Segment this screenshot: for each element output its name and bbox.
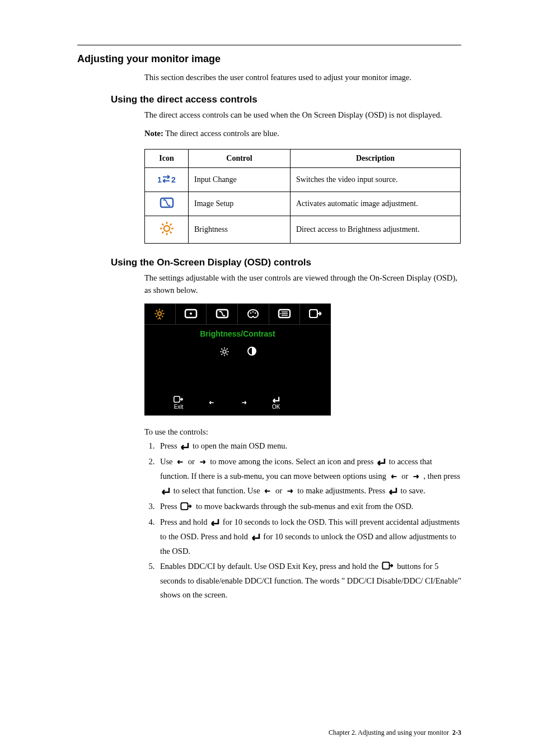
top-rule bbox=[77, 45, 461, 45]
text-fragment: to move backwards through the sub-menus … bbox=[196, 502, 414, 511]
cell-description: Activates automatic image adjustment. bbox=[291, 192, 461, 216]
page-number: 2-3 bbox=[452, 729, 461, 736]
table-row: Brightness Direct access to Brightness a… bbox=[145, 216, 461, 243]
table-row: Image Setup Activates automatic image ad… bbox=[145, 192, 461, 216]
right-arrow-icon bbox=[198, 456, 207, 470]
osd-tab-exit bbox=[300, 304, 331, 324]
osd-bottom-bar: Exit OK bbox=[144, 396, 331, 410]
note-body: The direct access controls are blue. bbox=[163, 129, 279, 138]
note-label: Note: bbox=[144, 129, 163, 138]
footer-text: Chapter 2. Adjusting and using your moni… bbox=[329, 729, 449, 736]
brightness-icon bbox=[145, 216, 189, 243]
text-fragment: Press bbox=[160, 441, 179, 450]
left-arrow-icon bbox=[390, 470, 399, 484]
note-text: Note: The direct access controls are blu… bbox=[144, 128, 461, 140]
instruction-item: Press and hold for 10 seconds to lock th… bbox=[157, 515, 461, 558]
svg-line-39 bbox=[221, 348, 222, 349]
enter-icon bbox=[161, 485, 170, 499]
text-fragment: or bbox=[188, 457, 197, 466]
svg-point-23 bbox=[190, 312, 192, 315]
section-title: Adjusting your monitor image bbox=[77, 53, 461, 65]
osd-tab-brightness bbox=[144, 304, 176, 324]
text-fragment: , then press bbox=[423, 472, 460, 480]
text-fragment: to move among the icons. Select an icon … bbox=[210, 457, 376, 466]
cell-control: Brightness bbox=[189, 216, 291, 243]
th-icon: Icon bbox=[145, 149, 189, 167]
table-header-row: Icon Control Description bbox=[145, 149, 461, 167]
right-arrow-icon bbox=[411, 470, 420, 484]
instructions-lead: To use the controls: bbox=[144, 426, 461, 438]
osd-left-button bbox=[207, 400, 216, 405]
cell-description: Direct access to Brightness adjustment. bbox=[291, 216, 461, 243]
enter-icon bbox=[210, 516, 219, 530]
svg-rect-44 bbox=[174, 396, 180, 403]
exit-label: Exit bbox=[174, 404, 184, 410]
text-fragment: or bbox=[401, 472, 410, 480]
text-fragment: or bbox=[275, 486, 284, 495]
svg-point-32 bbox=[280, 313, 281, 314]
osd-exit-button: Exit bbox=[174, 396, 184, 410]
exit-icon bbox=[180, 501, 193, 515]
svg-point-27 bbox=[255, 312, 256, 314]
osd-controls-title: Using the On-Screen Display (OSD) contro… bbox=[111, 257, 461, 268]
text-fragment: Press bbox=[160, 502, 179, 511]
osd-screenshot: Brightness/Contrast Exit OK bbox=[144, 304, 331, 416]
svg-line-19 bbox=[162, 316, 163, 317]
direct-access-table: Icon Control Description Input Change Sw… bbox=[144, 149, 461, 244]
th-control: Control bbox=[189, 149, 291, 167]
intro-text: This section describes the user control … bbox=[144, 72, 461, 84]
enter-icon bbox=[251, 531, 260, 545]
enter-icon bbox=[180, 440, 189, 454]
page-footer: Chapter 2. Adjusting and using your moni… bbox=[329, 729, 461, 737]
svg-line-18 bbox=[156, 310, 157, 311]
text-fragment: to open the main OSD menu. bbox=[193, 441, 287, 450]
text-fragment: Press and hold bbox=[160, 517, 209, 526]
osd-submenu-icons bbox=[144, 343, 331, 361]
svg-line-40 bbox=[226, 353, 227, 354]
osd-right-button bbox=[240, 400, 249, 405]
enter-icon bbox=[377, 456, 386, 470]
svg-point-25 bbox=[250, 312, 251, 314]
left-arrow-icon bbox=[176, 456, 185, 470]
instruction-item: Use or to move among the icons. Select a… bbox=[157, 455, 461, 498]
cell-control: Image Setup bbox=[189, 192, 291, 216]
exit-icon bbox=[382, 560, 394, 574]
svg-point-26 bbox=[252, 311, 254, 312]
table-row: Input Change Switches the video input so… bbox=[145, 167, 461, 192]
osd-controls-body: The settings adjustable with the user co… bbox=[144, 272, 461, 297]
input-change-icon bbox=[145, 167, 189, 192]
instruction-item: Press to open the main OSD menu. bbox=[157, 439, 461, 454]
osd-tab-color bbox=[238, 304, 269, 324]
osd-ok-button: OK bbox=[272, 396, 280, 410]
text-fragment: to make adjustments. Press bbox=[297, 486, 387, 495]
text-fragment: to save. bbox=[401, 486, 425, 495]
svg-rect-33 bbox=[310, 310, 317, 318]
text-fragment: to select that function. Use bbox=[174, 486, 263, 495]
cell-control: Input Change bbox=[189, 167, 291, 192]
direct-access-body: The direct access controls can be used w… bbox=[144, 109, 461, 121]
osd-tab-image bbox=[207, 304, 238, 324]
text-fragment: Enables DDC/CI by default. Use OSD Exit … bbox=[160, 562, 381, 571]
svg-point-13 bbox=[158, 312, 161, 315]
osd-tab-options bbox=[269, 304, 301, 324]
instruction-item: Enables DDC/CI by default. Use OSD Exit … bbox=[157, 559, 461, 601]
svg-point-34 bbox=[223, 350, 226, 353]
instructions-list: Press to open the main OSD menu. Use or … bbox=[144, 439, 461, 601]
contrast-sub-icon bbox=[247, 346, 257, 356]
right-arrow-icon bbox=[285, 485, 294, 499]
osd-menu-title: Brightness/Contrast bbox=[144, 325, 331, 343]
instruction-item: Press to move backwards through the sub-… bbox=[157, 500, 461, 514]
svg-line-21 bbox=[162, 310, 163, 311]
enter-icon bbox=[388, 485, 397, 499]
direct-access-title: Using the direct access controls bbox=[111, 94, 461, 105]
osd-tab-bar bbox=[144, 304, 331, 325]
text-fragment: Use bbox=[160, 457, 175, 466]
brightness-sub-icon bbox=[219, 346, 230, 357]
svg-line-41 bbox=[221, 353, 222, 354]
th-description: Description bbox=[291, 149, 461, 167]
cell-description: Switches the video input source. bbox=[291, 167, 461, 192]
image-setup-icon bbox=[145, 192, 189, 216]
ok-label: OK bbox=[272, 404, 280, 410]
svg-line-42 bbox=[226, 348, 227, 349]
svg-line-20 bbox=[156, 316, 157, 317]
